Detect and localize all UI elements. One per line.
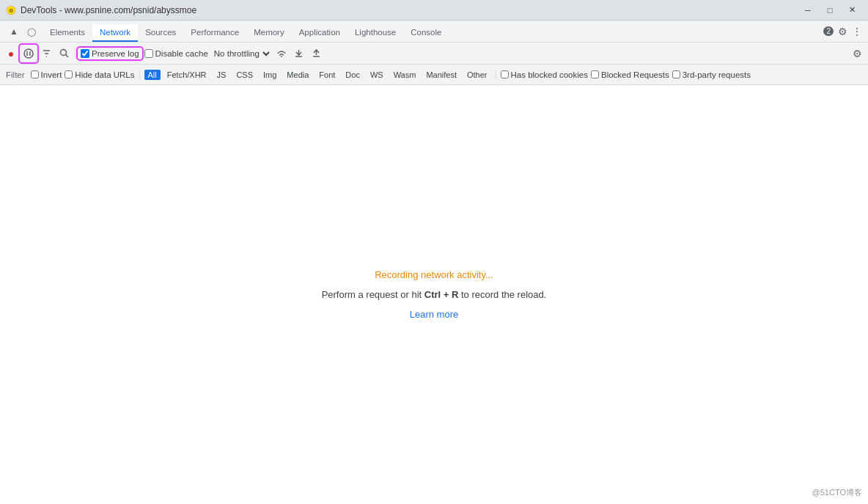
title-bar: ⚙ DevTools - www.psnine.com/psnid/abyssm… (0, 0, 868, 21)
filter-type-wasm[interactable]: Wasm (390, 70, 420, 80)
filter-type-other[interactable]: Other (463, 70, 491, 80)
disable-cache-label: Disable cache (155, 49, 208, 58)
preserve-log-input[interactable] (81, 49, 89, 58)
filter-type-media[interactable]: Media (283, 70, 312, 80)
console-badge: 2 (823, 26, 834, 36)
network-toolbar: ● Preser (0, 43, 868, 65)
maximize-button[interactable]: □ (820, 3, 840, 18)
tab-bar-right: 2 ⚙ ⋮ (817, 21, 868, 42)
search-icon (59, 48, 69, 58)
recording-hint: Perform a request or hit Ctrl + R to rec… (322, 289, 547, 300)
blocked-requests-label: Blocked Requests (601, 70, 669, 79)
disable-cache-input[interactable] (144, 49, 153, 58)
more-options-button[interactable]: ⋮ (852, 26, 862, 37)
hide-data-urls-input[interactable] (65, 70, 73, 78)
filter-separator-1 (139, 70, 140, 80)
preserve-log-label: Preserve log (92, 49, 139, 58)
tab-console[interactable]: Console (403, 24, 449, 42)
has-blocked-cookies-input[interactable] (501, 70, 509, 78)
filter-type-all[interactable]: All (144, 70, 161, 80)
svg-point-2 (24, 49, 33, 58)
tab-bar-left: ▲ ◯ Elements Network Sources Performance… (3, 23, 817, 42)
inspect-element-button[interactable]: ▲ (6, 23, 22, 40)
svg-line-9 (65, 55, 68, 58)
filter-icon (42, 48, 51, 58)
filter-type-manifest[interactable]: Manifest (422, 70, 460, 80)
invert-checkbox[interactable]: Invert (31, 70, 62, 79)
tab-application[interactable]: Application (292, 24, 347, 42)
minimize-button[interactable]: ─ (798, 3, 818, 18)
export-button[interactable] (309, 45, 325, 62)
tab-bar: ▲ ◯ Elements Network Sources Performance… (0, 21, 868, 43)
filter-type-ws[interactable]: WS (367, 70, 387, 80)
toolbar-right: ⚙ (849, 45, 865, 62)
filter-icon-button[interactable] (38, 45, 54, 62)
filter-type-js[interactable]: JS (213, 70, 230, 80)
filter-separator-2 (496, 70, 496, 80)
tab-network[interactable]: Network (92, 24, 138, 42)
tab-lighthouse[interactable]: Lighthouse (347, 24, 403, 42)
filter-bar: Filter Invert Hide data URLs All Fetch/X… (0, 65, 868, 85)
preserve-log-checkbox[interactable]: Preserve log (78, 48, 141, 59)
clear-button[interactable] (21, 45, 37, 62)
filter-label: Filter (6, 70, 25, 79)
title-bar-left: ⚙ DevTools - www.psnine.com/psnid/abyssm… (6, 5, 196, 15)
hint-text: Perform a request or hit (322, 289, 424, 300)
network-settings-button[interactable]: ⚙ (849, 45, 865, 62)
tab-sources[interactable]: Sources (138, 24, 183, 42)
blocked-requests-input[interactable] (591, 70, 599, 78)
third-party-requests-checkbox[interactable]: 3rd-party requests (672, 70, 751, 79)
device-toolbar-button[interactable]: ◯ (23, 23, 40, 40)
has-blocked-cookies-checkbox[interactable]: Has blocked cookies (501, 70, 588, 79)
throttle-dropdown[interactable]: No throttling Slow 3G Fast 3G Offline (211, 48, 272, 59)
main-content: Recording network activity... Perform a … (0, 85, 868, 504)
shortcut-text: Ctrl + R (424, 289, 459, 300)
invert-label: Invert (41, 70, 62, 79)
watermark: @51CTO博客 (812, 487, 862, 498)
filter-type-font[interactable]: Font (315, 70, 339, 80)
blocked-requests-checkbox[interactable]: Blocked Requests (591, 70, 669, 79)
close-button[interactable]: ✕ (842, 3, 862, 18)
hide-data-urls-checkbox[interactable]: Hide data URLs (65, 70, 134, 79)
filter-type-css[interactable]: CSS (232, 70, 257, 80)
export-icon (312, 48, 321, 58)
devtools-panel: ▲ ◯ Elements Network Sources Performance… (0, 21, 868, 504)
third-party-requests-label: 3rd-party requests (683, 70, 751, 79)
settings-gear-button[interactable]: ⚙ (838, 26, 847, 37)
title-bar-controls: ─ □ ✕ (798, 3, 862, 18)
wifi-icon (276, 48, 287, 59)
recording-text: Recording network activity... (375, 269, 493, 280)
title-bar-title: DevTools - www.psnine.com/psnid/abyssmoe (21, 5, 196, 15)
filter-type-doc[interactable]: Doc (342, 70, 364, 80)
network-conditions-button[interactable] (273, 45, 290, 62)
throttle-select[interactable]: No throttling Slow 3G Fast 3G Offline (211, 48, 272, 59)
has-blocked-cookies-label: Has blocked cookies (511, 70, 588, 79)
stop-icon (23, 48, 34, 59)
third-party-requests-input[interactable] (672, 70, 680, 78)
hint-suffix: to record the reload. (458, 289, 546, 300)
devtools-icon: ⚙ (6, 5, 16, 15)
filter-type-img[interactable]: Img (260, 70, 280, 80)
tab-memory[interactable]: Memory (246, 24, 292, 42)
record-button[interactable]: ● (3, 45, 19, 62)
svg-text:⚙: ⚙ (9, 7, 13, 12)
toolbar-separator-1 (75, 48, 76, 59)
learn-more-link[interactable]: Learn more (410, 309, 458, 320)
tab-elements[interactable]: Elements (43, 24, 92, 42)
filter-type-fetch-xhr[interactable]: Fetch/XHR (163, 70, 210, 80)
disable-cache-checkbox[interactable]: Disable cache (143, 49, 210, 58)
invert-input[interactable] (31, 70, 39, 78)
import-button[interactable] (291, 45, 307, 62)
import-icon (294, 48, 304, 58)
search-icon-button[interactable] (56, 45, 72, 62)
svg-point-8 (60, 50, 66, 56)
hide-data-urls-label: Hide data URLs (75, 70, 134, 79)
tab-performance[interactable]: Performance (183, 24, 246, 42)
